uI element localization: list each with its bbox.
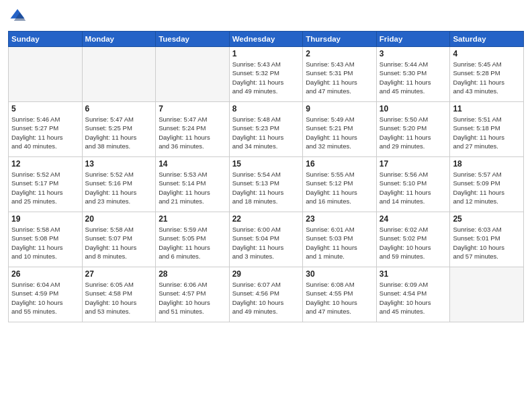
day-info: Sunrise: 5:52 AM Sunset: 5:16 PM Dayligh… [85,170,153,205]
day-info: Sunrise: 5:45 AM Sunset: 5:28 PM Dayligh… [453,60,521,95]
day-number: 9 [306,104,373,113]
day-number: 27 [85,269,153,279]
day-info: Sunrise: 5:50 AM Sunset: 5:20 PM Dayligh… [380,115,447,150]
day-info: Sunrise: 5:43 AM Sunset: 5:31 PM Dayligh… [306,60,373,95]
calendar-cell: 5Sunrise: 5:46 AM Sunset: 5:27 PM Daylig… [9,102,83,157]
calendar: SundayMondayTuesdayWednesdayThursdayFrid… [8,31,524,322]
calendar-cell: 2Sunrise: 5:43 AM Sunset: 5:31 PM Daylig… [303,47,377,102]
day-number: 19 [11,214,79,224]
day-number: 11 [453,104,521,113]
day-info: Sunrise: 6:02 AM Sunset: 5:02 PM Dayligh… [380,225,447,261]
calendar-cell: 24Sunrise: 6:02 AM Sunset: 5:02 PM Dayli… [376,212,450,267]
day-info: Sunrise: 5:48 AM Sunset: 5:23 PM Dayligh… [232,115,300,150]
day-info: Sunrise: 6:07 AM Sunset: 4:56 PM Dayligh… [232,280,300,316]
calendar-cell: 31Sunrise: 6:09 AM Sunset: 4:54 PM Dayli… [376,267,450,322]
week-row-2: 5Sunrise: 5:46 AM Sunset: 5:27 PM Daylig… [9,102,524,157]
day-info: Sunrise: 5:52 AM Sunset: 5:17 PM Dayligh… [11,170,79,205]
day-number: 2 [306,49,373,58]
calendar-cell: 1Sunrise: 5:43 AM Sunset: 5:32 PM Daylig… [229,47,303,102]
logo-icon [8,7,27,26]
calendar-cell: 9Sunrise: 5:49 AM Sunset: 5:21 PM Daylig… [303,102,377,157]
calendar-cell [82,47,156,102]
calendar-cell: 26Sunrise: 6:04 AM Sunset: 4:59 PM Dayli… [9,267,83,322]
calendar-cell: 4Sunrise: 5:45 AM Sunset: 5:28 PM Daylig… [450,47,524,102]
calendar-cell: 19Sunrise: 5:58 AM Sunset: 5:08 PM Dayli… [9,212,83,267]
day-info: Sunrise: 5:54 AM Sunset: 5:13 PM Dayligh… [232,170,300,205]
day-info: Sunrise: 5:59 AM Sunset: 5:05 PM Dayligh… [159,225,226,261]
weekday-header-friday: Friday [376,32,450,47]
day-info: Sunrise: 5:51 AM Sunset: 5:18 PM Dayligh… [453,115,521,150]
calendar-cell: 27Sunrise: 6:05 AM Sunset: 4:58 PM Dayli… [82,267,156,322]
day-info: Sunrise: 5:55 AM Sunset: 5:12 PM Dayligh… [306,170,373,205]
week-row-1: 1Sunrise: 5:43 AM Sunset: 5:32 PM Daylig… [9,47,524,102]
day-info: Sunrise: 6:03 AM Sunset: 5:01 PM Dayligh… [453,225,521,261]
day-number: 25 [453,214,521,224]
day-info: Sunrise: 5:47 AM Sunset: 5:25 PM Dayligh… [85,115,153,150]
calendar-cell [156,47,230,102]
day-number: 12 [11,159,79,169]
calendar-cell: 15Sunrise: 5:54 AM Sunset: 5:13 PM Dayli… [229,157,303,212]
day-number: 18 [453,159,521,169]
day-number: 29 [232,269,300,279]
calendar-cell: 28Sunrise: 6:06 AM Sunset: 4:57 PM Dayli… [156,267,230,322]
calendar-cell: 30Sunrise: 6:08 AM Sunset: 4:55 PM Dayli… [303,267,377,322]
calendar-cell: 8Sunrise: 5:48 AM Sunset: 5:23 PM Daylig… [229,102,303,157]
calendar-cell: 6Sunrise: 5:47 AM Sunset: 5:25 PM Daylig… [82,102,156,157]
day-info: Sunrise: 6:05 AM Sunset: 4:58 PM Dayligh… [85,280,153,316]
day-info: Sunrise: 5:58 AM Sunset: 5:08 PM Dayligh… [11,225,79,261]
day-info: Sunrise: 5:49 AM Sunset: 5:21 PM Dayligh… [306,115,373,150]
calendar-cell: 18Sunrise: 5:57 AM Sunset: 5:09 PM Dayli… [450,157,524,212]
calendar-cell: 29Sunrise: 6:07 AM Sunset: 4:56 PM Dayli… [229,267,303,322]
weekday-header-sunday: Sunday [9,32,83,47]
week-row-4: 19Sunrise: 5:58 AM Sunset: 5:08 PM Dayli… [9,212,524,267]
day-info: Sunrise: 6:04 AM Sunset: 4:59 PM Dayligh… [11,280,79,316]
calendar-cell: 13Sunrise: 5:52 AM Sunset: 5:16 PM Dayli… [82,157,156,212]
day-number: 3 [380,49,447,58]
weekday-header-tuesday: Tuesday [156,32,230,47]
day-number: 21 [159,214,226,224]
calendar-cell: 11Sunrise: 5:51 AM Sunset: 5:18 PM Dayli… [450,102,524,157]
day-info: Sunrise: 5:58 AM Sunset: 5:07 PM Dayligh… [85,225,153,261]
calendar-cell: 3Sunrise: 5:44 AM Sunset: 5:30 PM Daylig… [376,47,450,102]
calendar-cell: 23Sunrise: 6:01 AM Sunset: 5:03 PM Dayli… [303,212,377,267]
day-number: 7 [159,104,226,113]
calendar-cell [9,47,83,102]
day-info: Sunrise: 5:56 AM Sunset: 5:10 PM Dayligh… [380,170,447,205]
day-info: Sunrise: 5:53 AM Sunset: 5:14 PM Dayligh… [159,170,226,205]
day-number: 20 [85,214,153,224]
weekday-header-thursday: Thursday [303,32,377,47]
day-info: Sunrise: 6:06 AM Sunset: 4:57 PM Dayligh… [159,280,226,316]
day-number: 31 [380,269,447,279]
calendar-cell: 25Sunrise: 6:03 AM Sunset: 5:01 PM Dayli… [450,212,524,267]
day-info: Sunrise: 5:44 AM Sunset: 5:30 PM Dayligh… [380,60,447,95]
page: SundayMondayTuesdayWednesdayThursdayFrid… [0,0,532,411]
calendar-cell: 7Sunrise: 5:47 AM Sunset: 5:24 PM Daylig… [156,102,230,157]
logo [8,7,30,26]
calendar-cell: 16Sunrise: 5:55 AM Sunset: 5:12 PM Dayli… [303,157,377,212]
weekday-header-row: SundayMondayTuesdayWednesdayThursdayFrid… [9,32,524,47]
day-number: 6 [85,104,153,113]
day-number: 10 [380,104,447,113]
day-number: 28 [159,269,226,279]
day-info: Sunrise: 6:01 AM Sunset: 5:03 PM Dayligh… [306,225,373,261]
weekday-header-monday: Monday [82,32,156,47]
week-row-5: 26Sunrise: 6:04 AM Sunset: 4:59 PM Dayli… [9,267,524,322]
calendar-cell [450,267,524,322]
day-info: Sunrise: 6:00 AM Sunset: 5:04 PM Dayligh… [232,225,300,261]
week-row-3: 12Sunrise: 5:52 AM Sunset: 5:17 PM Dayli… [9,157,524,212]
calendar-cell: 17Sunrise: 5:56 AM Sunset: 5:10 PM Dayli… [376,157,450,212]
day-number: 4 [453,49,521,58]
day-number: 17 [380,159,447,169]
day-number: 5 [11,104,79,113]
day-number: 22 [232,214,300,224]
calendar-cell: 10Sunrise: 5:50 AM Sunset: 5:20 PM Dayli… [376,102,450,157]
day-number: 30 [306,269,373,279]
day-info: Sunrise: 6:09 AM Sunset: 4:54 PM Dayligh… [380,280,447,316]
day-number: 1 [232,49,300,58]
day-number: 26 [11,269,79,279]
day-number: 15 [232,159,300,169]
day-number: 13 [85,159,153,169]
day-number: 14 [159,159,226,169]
day-number: 16 [306,159,373,169]
header [8,7,524,26]
